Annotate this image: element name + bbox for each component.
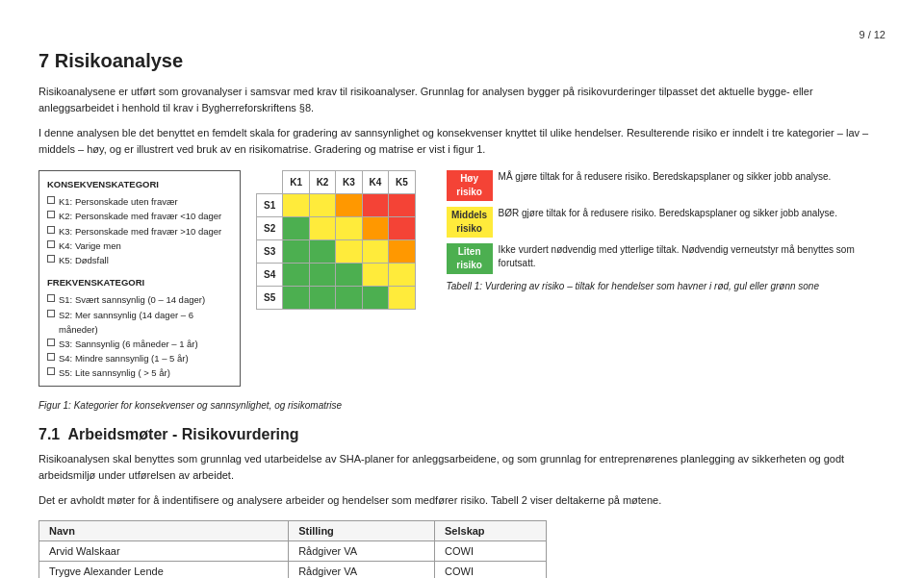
figure-caption: Figur 1: Kategorier for konsekvenser og … <box>38 400 886 411</box>
subsection-71-paragraph1: Risikoanalysen skal benyttes som grunnla… <box>38 451 886 483</box>
stilling-1: Rådgiver VA <box>289 540 435 561</box>
legend-s5: S5: Lite sannsynlig ( > 5 år) <box>47 365 232 380</box>
risk-legend: Høyrisiko MÅ gjøre tiltak for å redusere… <box>447 170 886 293</box>
cell-s5k3 <box>336 287 362 310</box>
page-number: 9 / 12 <box>38 29 886 40</box>
legend-s1: S1: Svært sannsynlig (0 – 14 dager) <box>47 292 232 307</box>
legend-s4: S4: Mindre sannsynlig (1 – 5 år) <box>47 351 232 365</box>
legend-k3: K3: Personskade med fravær >10 dager <box>47 224 232 239</box>
cell-s5k4 <box>362 287 388 310</box>
col-k4: K4 <box>362 171 388 194</box>
subsection-71-heading: 7.1 Arbeidsmøter - Risikovurdering <box>38 426 886 443</box>
cell-s1k3 <box>336 194 362 217</box>
figure-container: KONSEKVENSKATEGORI K1: Personskade uten … <box>38 170 886 387</box>
section-number: 7 <box>38 50 49 71</box>
cell-s5k2 <box>309 287 335 310</box>
cell-s2k2 <box>309 217 335 240</box>
stilling-2: Rådgiver VA <box>289 561 435 578</box>
section-title: Risikoanalyse <box>55 50 183 71</box>
row-s3: S3 <box>257 240 283 264</box>
legend-s3: S3: Sannsynlig (6 måneder – 1 år) <box>47 337 232 351</box>
legend-box: KONSEKVENSKATEGORI K1: Personskade uten … <box>38 170 241 387</box>
cell-s4k3 <box>336 264 362 287</box>
subsection-71-number: 7.1 <box>38 426 60 442</box>
risk-row-low: Litenrisiko Ikke vurdert nødvendig med y… <box>447 243 886 274</box>
cell-s5k5 <box>389 287 415 310</box>
risk-row-high: Høyrisiko MÅ gjøre tiltak for å redusere… <box>447 170 886 201</box>
badge-high: Høyrisiko <box>447 170 493 201</box>
selskap-2: COWI <box>435 561 547 578</box>
subsection-71-paragraph2: Det er avholdt møter for å indentifisere… <box>38 492 886 509</box>
cell-s3k1 <box>283 240 309 264</box>
cell-s4k2 <box>309 264 335 287</box>
desc-low: Ikke vurdert nødvendig med ytterlige til… <box>499 243 886 270</box>
cell-s2k5 <box>389 217 415 240</box>
desc-medium: BØR gjøre tiltak for å redusere risiko. … <box>499 207 837 220</box>
cell-s1k5 <box>389 194 415 217</box>
col-navn: Navn <box>39 520 289 540</box>
navn-1: Arvid Walskaar <box>39 540 289 561</box>
row-s2: S2 <box>257 217 283 240</box>
col-k3: K3 <box>336 171 362 194</box>
legend-k1: K1: Personskade uten fravær <box>47 194 232 209</box>
selskap-1: COWI <box>435 540 547 561</box>
navn-2: Trygve Alexander Lende <box>39 561 289 578</box>
table-row: Arvid Walskaar Rådgiver VA COWI <box>39 540 547 561</box>
cell-s1k2 <box>309 194 335 217</box>
risk-matrix-section: K1 K2 K3 K4 K5 S1 S2 <box>256 170 416 310</box>
col-k2: K2 <box>309 171 335 194</box>
meeting-table: Navn Stilling Selskap Arvid Walskaar Råd… <box>38 520 547 578</box>
row-s1: S1 <box>257 194 283 217</box>
legend-k4: K4: Varige men <box>47 239 232 253</box>
cell-s3k2 <box>309 240 335 264</box>
cell-s4k4 <box>362 264 388 287</box>
subsection-71-title: Arbeidsmøter - Risikovurdering <box>68 426 299 442</box>
consequence-title: KONSEKVENSKATEGORI <box>47 177 232 191</box>
col-k5: K5 <box>389 171 415 194</box>
desc-high: MÅ gjøre tiltak for å redusere risiko. B… <box>499 170 832 184</box>
row-s5: S5 <box>257 287 283 310</box>
paragraph-1: Risikoanalysene er utført som grovanalys… <box>38 84 886 115</box>
cell-s3k5 <box>389 240 415 264</box>
table-note: Tabell 1: Vurdering av risiko – tiltak f… <box>447 280 886 293</box>
paragraph-2: I denne analysen ble det benyttet en fem… <box>38 125 886 157</box>
badge-medium: Middelsrisiko <box>447 207 493 238</box>
table-row: Trygve Alexander Lende Rådgiver VA COWI <box>39 561 547 578</box>
legend-k5: K5: Dødsfall <box>47 253 232 267</box>
row-s4: S4 <box>257 264 283 287</box>
legend-k2: K2: Personskade med fravær <10 dager <box>47 209 232 223</box>
cell-s2k3 <box>336 217 362 240</box>
cell-s4k1 <box>283 264 309 287</box>
badge-low: Litenrisiko <box>447 243 493 274</box>
col-selskap: Selskap <box>435 520 547 540</box>
col-stilling: Stilling <box>289 520 435 540</box>
risk-row-medium: Middelsrisiko BØR gjøre tiltak for å red… <box>447 207 886 238</box>
cell-s1k1 <box>283 194 309 217</box>
cell-s1k4 <box>362 194 388 217</box>
risk-matrix: K1 K2 K3 K4 K5 S1 S2 <box>256 170 416 310</box>
frequency-title: FREKVENSKATEGORI <box>47 275 232 289</box>
cell-s4k5 <box>389 264 415 287</box>
col-k1: K1 <box>283 171 309 194</box>
section-heading: 7 Risikoanalyse <box>38 50 886 72</box>
cell-s3k4 <box>362 240 388 264</box>
cell-s3k3 <box>336 240 362 264</box>
cell-s2k1 <box>283 217 309 240</box>
legend-s2: S2: Mer sannsynlig (14 dager – 6 måneder… <box>47 308 232 337</box>
cell-s5k1 <box>283 287 309 310</box>
cell-s2k4 <box>362 217 388 240</box>
